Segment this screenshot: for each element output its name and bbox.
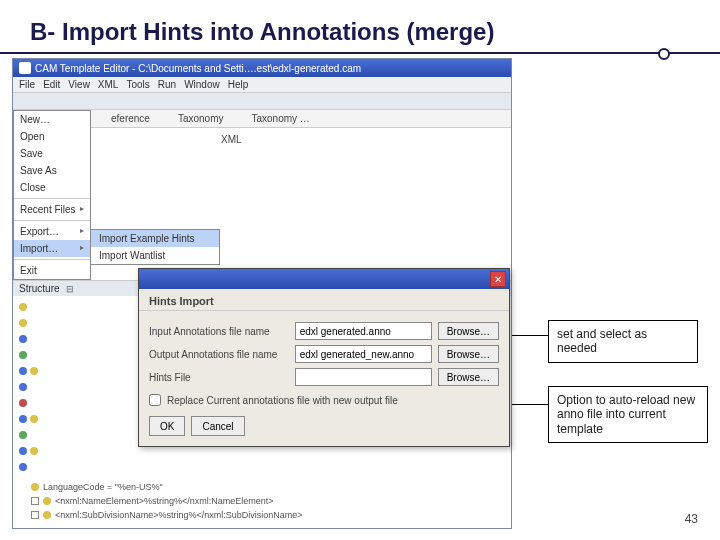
menu-item-exit[interactable]: Exit (14, 262, 90, 279)
menu-item-recent[interactable]: Recent Files (14, 201, 90, 218)
menu-separator (14, 198, 90, 199)
dialog-titlebar: ✕ (139, 269, 509, 289)
xml-label: XML (91, 128, 511, 145)
menu-item-save-as[interactable]: Save As (14, 162, 90, 179)
tree-node: <nxml:SubDivisionName>%string%</nxml:Sub… (55, 510, 303, 520)
cancel-button[interactable]: Cancel (191, 416, 244, 436)
tree-node: LanguageCode = "%en-US%" (43, 482, 163, 492)
menu-run[interactable]: Run (158, 79, 176, 90)
callout-connector (512, 404, 548, 405)
tab-taxonomy2[interactable]: Taxonomy … (252, 113, 310, 124)
hints-file-label: Hints File (149, 372, 289, 383)
page-number: 43 (685, 512, 698, 526)
input-anno-label: Input Annotations file name (149, 326, 289, 337)
menu-xml[interactable]: XML (98, 79, 119, 90)
replace-checkbox-label: Replace Current annotations file with ne… (167, 395, 398, 406)
menu-item-save[interactable]: Save (14, 145, 90, 162)
browse-output-button[interactable]: Browse… (438, 345, 499, 363)
ok-button[interactable]: OK (149, 416, 185, 436)
hints-import-dialog: ✕ Hints Import Input Annotations file na… (138, 268, 510, 447)
bottom-tree: LanguageCode = "%en-US%" <nxml:NameEleme… (13, 476, 511, 528)
menu-file[interactable]: File (19, 79, 35, 90)
menu-item-import[interactable]: Import… (14, 240, 90, 257)
import-submenu: Import Example Hints Import Wantlist (90, 229, 220, 265)
window-title: CAM Template Editor - C:\Documents and S… (35, 63, 361, 74)
menu-window[interactable]: Window (184, 79, 220, 90)
menu-item-new[interactable]: New… (14, 111, 90, 128)
callout-connector (512, 335, 548, 336)
browse-input-button[interactable]: Browse… (438, 322, 499, 340)
collapse-icon[interactable]: ⊟ (66, 284, 74, 294)
browse-hints-button[interactable]: Browse… (438, 368, 499, 386)
replace-checkbox[interactable] (149, 394, 161, 406)
tab-reference[interactable]: eference (111, 113, 150, 124)
app-icon (19, 62, 31, 74)
menu-separator (14, 259, 90, 260)
file-menu: New… Open Save Save As Close Recent File… (13, 110, 91, 280)
tab-taxonomy[interactable]: Taxonomy (178, 113, 224, 124)
menu-tools[interactable]: Tools (126, 79, 149, 90)
output-anno-label: Output Annotations file name (149, 349, 289, 360)
submenu-import-hints[interactable]: Import Example Hints (91, 230, 219, 247)
slide-title: B- Import Hints into Annotations (merge) (0, 0, 720, 52)
dialog-header: Hints Import (139, 289, 509, 311)
menu-help[interactable]: Help (228, 79, 249, 90)
menu-view[interactable]: View (68, 79, 90, 90)
editor-area (91, 145, 511, 205)
close-icon[interactable]: ✕ (490, 271, 506, 287)
titlebar: CAM Template Editor - C:\Documents and S… (13, 59, 511, 77)
menu-item-open[interactable]: Open (14, 128, 90, 145)
menubar: File Edit View XML Tools Run Window Help (13, 77, 511, 92)
menu-item-export[interactable]: Export… (14, 223, 90, 240)
submenu-import-wantlist[interactable]: Import Wantlist (91, 247, 219, 264)
title-underline (0, 52, 720, 54)
structure-label: Structure (19, 283, 60, 294)
menu-edit[interactable]: Edit (43, 79, 60, 90)
callout-autoreload: Option to auto-reload new anno file into… (548, 386, 708, 443)
tree-node: <nxml:NameElement>%string%</nxml:NameEle… (55, 496, 274, 506)
hints-file-field[interactable] (295, 368, 432, 386)
toolbar (13, 92, 511, 110)
tabs-row: eference Taxonomy Taxonomy … (91, 110, 511, 128)
callout-set-select: set and select as needed (548, 320, 698, 363)
menu-separator (14, 220, 90, 221)
output-anno-field[interactable] (295, 345, 432, 363)
input-anno-field[interactable] (295, 322, 432, 340)
menu-item-close[interactable]: Close (14, 179, 90, 196)
